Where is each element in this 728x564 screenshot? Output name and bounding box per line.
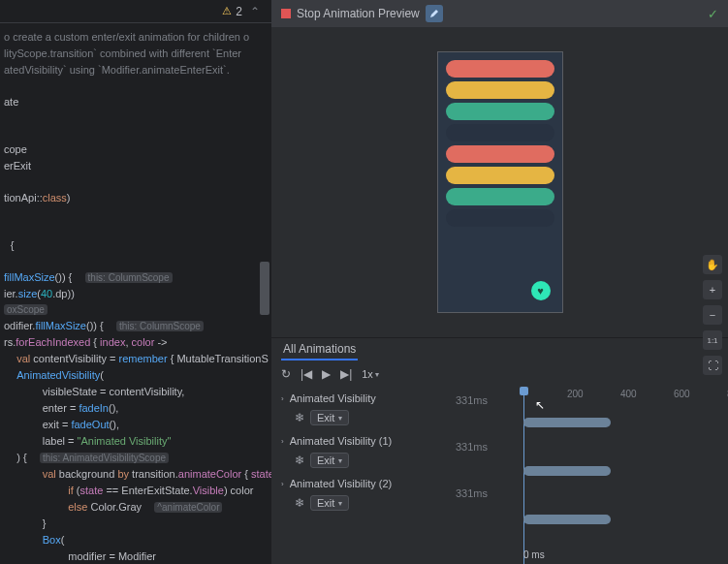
chevron-down-icon: ▾ [375, 370, 379, 379]
zoom-in-button[interactable]: + [703, 280, 722, 299]
state-dropdown[interactable]: Exit▾ [310, 495, 349, 511]
tab-all-animations[interactable]: All Animations [281, 339, 358, 360]
ruler-tick: 600 [674, 389, 690, 399]
timeline-clip[interactable] [523, 515, 611, 524]
timeline-ruler: 200 400 600 800 1000 [514, 387, 728, 404]
stop-icon[interactable] [281, 9, 291, 18]
pencil-icon [429, 9, 439, 18]
ruler-tick: 200 [567, 389, 584, 399]
heart-icon: ♥ [537, 285, 544, 297]
timeline-current-time: 0 ms [523, 549, 545, 560]
track-duration: 331ms [456, 394, 514, 441]
warning-icon: ⚠ [222, 5, 232, 17]
speed-dropdown[interactable]: 1x▾ [362, 368, 379, 380]
preview-title: Stop Animation Preview [297, 7, 420, 20]
pan-tool-button[interactable]: ✋ [703, 255, 722, 274]
state-dropdown[interactable]: Exit▾ [310, 410, 349, 425]
inspection-menu-chevron[interactable]: ⌃ [250, 5, 260, 18]
track-row: › Animated Visibility ❄ Exit▾ [281, 392, 446, 425]
status-check-icon: ✓ [708, 7, 718, 21]
chevron-down-icon: ▾ [338, 414, 342, 423]
track-labels: › Animated Visibility ❄ Exit▾ › Animated… [271, 387, 456, 564]
inspection-bar: ⚠ 2 ⌃ [0, 0, 271, 23]
chevron-down-icon: ▾ [338, 456, 342, 465]
zoom-actual-button[interactable]: 1:1 [703, 330, 722, 350]
preview-bar [446, 145, 554, 163]
track-name: Animated Visibility (1) [290, 435, 393, 447]
preview-content [446, 60, 554, 227]
preview-side-tools: ✋ + − 1:1 ⛶ [703, 255, 722, 375]
editor-scrollbar-thumb[interactable] [260, 262, 269, 315]
go-start-button[interactable]: |◀ [301, 367, 312, 381]
track-row: › Animated Visibility (1) ❄ Exit▾ [281, 435, 446, 468]
preview-bar [446, 60, 554, 78]
ruler-tick: 400 [620, 389, 637, 399]
playhead-grip[interactable] [520, 387, 528, 395]
preview-bar [446, 188, 554, 205]
animation-controls: ↻ |◀ ▶ ▶| 1x▾ [271, 361, 728, 387]
preview-bar [446, 81, 554, 99]
reset-button[interactable]: ↻ [281, 367, 291, 381]
track-duration: 331ms [456, 487, 514, 534]
expand-chevron-icon[interactable]: › [281, 480, 284, 488]
preview-bar [446, 167, 554, 184]
preview-panel: Stop Animation Preview ✓ AnimatedVisibil… [271, 0, 728, 564]
editor-panel: ⚠ 2 ⌃ o create a custom enter/exit anima… [0, 0, 271, 564]
preview-bar [446, 103, 554, 120]
timeline-playhead[interactable]: ↖ [523, 387, 524, 564]
edit-pencil-button[interactable] [426, 5, 443, 22]
freeze-icon[interactable]: ❄ [295, 454, 304, 467]
timeline-tracks[interactable]: 200 400 600 800 1000 ↖ 0 ms [514, 387, 728, 564]
state-dropdown[interactable]: Exit▾ [310, 453, 349, 468]
freeze-icon[interactable]: ❄ [295, 496, 304, 510]
preview-bar [446, 209, 554, 227]
go-end-button[interactable]: ▶| [340, 367, 352, 381]
play-button[interactable]: ▶ [322, 367, 331, 381]
track-duration: 331ms [456, 441, 514, 487]
expand-chevron-icon[interactable]: › [281, 394, 284, 403]
track-row: › Animated Visibility (2) ❄ Exit▾ [281, 478, 446, 511]
timeline-area: › Animated Visibility ❄ Exit▾ › Animated… [271, 387, 728, 564]
timeline-clip[interactable] [523, 418, 611, 427]
animation-panel: All Animations ↻ |◀ ▶ ▶| 1x▾ › Animated … [271, 337, 728, 564]
zoom-out-button[interactable]: − [703, 305, 722, 325]
animation-tabs: All Animations [271, 338, 728, 361]
preview-toolbar: Stop Animation Preview ✓ [271, 0, 728, 27]
code-editor[interactable]: o create a custom enter/exit animation f… [0, 23, 271, 564]
fab-button[interactable]: ♥ [531, 281, 551, 300]
device-frame: ♥ [437, 51, 563, 313]
track-name: Animated Visibility [290, 392, 376, 404]
track-name: Animated Visibility (2) [290, 478, 393, 489]
warning-count: 2 [236, 5, 242, 18]
chevron-down-icon: ▾ [338, 499, 342, 508]
freeze-icon[interactable]: ❄ [295, 411, 304, 424]
preview-canvas[interactable]: AnimatedVisibility ♥ ✋ + − 1:1 ⛶ [271, 27, 728, 337]
zoom-fit-button[interactable]: ⛶ [703, 356, 722, 375]
timeline-clip[interactable] [523, 466, 611, 476]
expand-chevron-icon[interactable]: › [281, 437, 284, 446]
duration-column: 331ms 331ms 331ms [456, 387, 514, 564]
preview-bar [446, 124, 554, 141]
